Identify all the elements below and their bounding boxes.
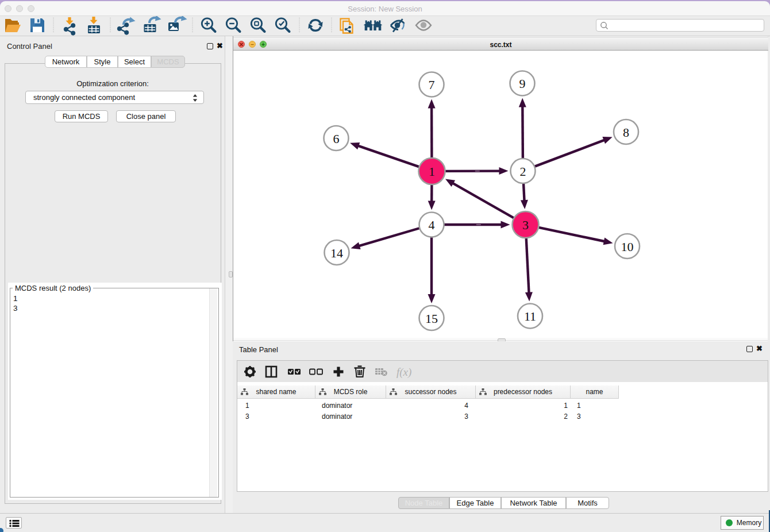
svg-text:15: 15 bbox=[425, 311, 438, 326]
svg-text:9: 9 bbox=[519, 76, 526, 91]
svg-text:3: 3 bbox=[522, 218, 529, 232]
svg-text:14: 14 bbox=[330, 246, 343, 260]
svg-text:7: 7 bbox=[429, 78, 435, 92]
svg-text:10: 10 bbox=[621, 240, 634, 254]
svg-text:f(x): f(x) bbox=[396, 366, 411, 379]
svg-text:11: 11 bbox=[524, 309, 536, 323]
svg-text:2: 2 bbox=[520, 164, 526, 179]
svg-text:6: 6 bbox=[333, 132, 340, 146]
svg-text:4: 4 bbox=[429, 218, 435, 232]
svg-text:1: 1 bbox=[429, 164, 435, 179]
svg-text:8: 8 bbox=[623, 125, 629, 140]
